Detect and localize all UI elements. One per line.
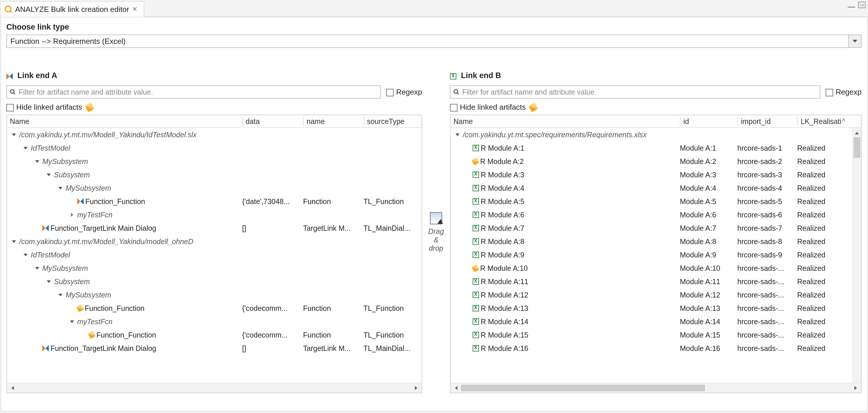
scroll-left-icon[interactable]	[452, 384, 460, 392]
tree-row[interactable]: R Module A:8Module A:8hrcore-sads-8Reali…	[451, 235, 861, 248]
cell-id: Module A:1	[680, 144, 737, 152]
tree-a-header[interactable]: Name data name sourceType	[7, 115, 422, 128]
link-type-combo[interactable]: Function --> Requirements (Excel)	[6, 35, 862, 48]
tree-row[interactable]: Subsystem	[7, 275, 422, 288]
cell-import-id: hrcore-sads-...	[737, 318, 797, 326]
tree-b-body[interactable]: /com.yakindu.yt.mt.spec/requirements/Req…	[451, 128, 861, 383]
chevron-down-icon[interactable]	[34, 158, 41, 165]
tree-row[interactable]: R Module A:16Module A:16hrcore-sads-...R…	[451, 342, 861, 355]
tree-row[interactable]: /com.yakindu.yt.mt.spec/requirements/Req…	[451, 128, 861, 141]
tree-row[interactable]: MySubsystem	[7, 181, 422, 195]
scroll-up-icon[interactable]	[853, 129, 861, 137]
cell-lk: Realized	[797, 224, 840, 232]
tree-row[interactable]: MySubsystem	[7, 288, 422, 301]
cell-id: Module A:16	[680, 344, 737, 353]
chevron-down-icon[interactable]	[45, 278, 52, 285]
chevron-down-icon[interactable]	[22, 251, 29, 258]
tree-row[interactable]: R Module A:13Module A:13hrcore-sads-...R…	[451, 301, 861, 315]
tree-row[interactable]: /com.yakindu.yt.mt.mv/Modell_Yakindu/mod…	[7, 235, 422, 248]
tree-b-hscroll[interactable]	[451, 383, 861, 393]
close-icon[interactable]: ✕	[132, 5, 137, 13]
cell-import-id: hrcore-sads-...	[737, 344, 797, 353]
tree-row[interactable]: Function_TargetLink Main Dialog[]TargetL…	[7, 342, 422, 355]
tree-row[interactable]: IdTestModel	[7, 248, 422, 261]
tree-row[interactable]: MySubsystem	[7, 261, 422, 275]
tree-a[interactable]: Name data name sourceType /com.yakindu.y…	[6, 115, 422, 393]
link-type-value[interactable]: Function --> Requirements (Excel)	[6, 35, 849, 48]
chevron-down-icon[interactable]	[10, 238, 18, 245]
excel-icon	[473, 252, 479, 258]
tree-row[interactable]: MySubsystem	[7, 155, 422, 168]
col-a-sourcetype[interactable]: sourceType	[364, 117, 422, 126]
hide-linked-a-checkbox[interactable]: Hide linked artifacts	[6, 103, 82, 112]
tab-editor[interactable]: ANALYZE Bulk link creation editor ✕	[0, 1, 144, 17]
tree-a-body[interactable]: /com.yakindu.yt.mt.mv/Modell_Yakindu/IdT…	[7, 128, 422, 383]
scroll-thumb[interactable]	[854, 137, 860, 158]
chevron-down-icon[interactable]	[57, 291, 64, 298]
col-a-name2[interactable]: name	[303, 117, 364, 126]
filter-a-input[interactable]	[18, 88, 377, 97]
col-b-id[interactable]: id	[680, 117, 737, 126]
col-b-name[interactable]: Name	[451, 117, 680, 126]
tree-b-vscroll[interactable]	[852, 128, 861, 383]
link-type-dropdown-button[interactable]	[849, 35, 862, 48]
chevron-down-icon[interactable]	[34, 265, 41, 272]
tree-row[interactable]: /com.yakindu.yt.mt.mv/Modell_Yakindu/IdT…	[7, 128, 422, 141]
chevron-down-icon[interactable]	[45, 171, 52, 178]
scroll-thumb[interactable]	[461, 385, 705, 391]
chevron-down-icon[interactable]	[454, 131, 461, 138]
cell-import-id: hrcore-sads-4	[737, 184, 797, 192]
chevron-right-icon[interactable]	[68, 211, 75, 218]
tree-row[interactable]: R Module A:15Module A:15hrcore-sads-...R…	[451, 328, 861, 342]
cell-id: Module A:7	[680, 224, 737, 232]
tree-row[interactable]: Subsystem	[7, 168, 422, 181]
cell-id: Module A:9	[680, 251, 737, 259]
chevron-down-icon[interactable]	[10, 131, 18, 138]
tree-row[interactable]: R Module A:14Module A:14hrcore-sads-...R…	[451, 315, 861, 328]
tree-b[interactable]: Name id import_id LK_Realisati^ /com.yak…	[450, 115, 862, 393]
tree-row[interactable]: R Module A:11Module A:11hrcore-sads-...R…	[451, 275, 861, 288]
tree-row[interactable]: R Module A:10Module A:10hrcore-sads-...R…	[451, 261, 861, 275]
tree-row[interactable]: R Module A:5Module A:5hrcore-sads-5Reali…	[451, 195, 861, 208]
tree-row[interactable]: R Module A:9Module A:9hrcore-sads-9Reali…	[451, 248, 861, 261]
chevron-down-icon[interactable]	[68, 318, 75, 325]
regexp-b-checkbox[interactable]: Regexp	[826, 88, 862, 97]
tree-row[interactable]: R Module A:3Module A:3hrcore-sads-3Reali…	[451, 168, 861, 181]
tree-row[interactable]: Function_Function{'codecomm...FunctionTL…	[7, 301, 422, 315]
tree-row[interactable]: R Module A:1Module A:1hrcore-sads-1Reali…	[451, 141, 861, 155]
col-a-data[interactable]: data	[242, 117, 303, 126]
tree-row[interactable]: R Module A:12Module A:12hrcore-sads-...R…	[451, 288, 861, 301]
hide-linked-b-checkbox[interactable]: Hide linked artifacts	[450, 103, 526, 112]
scroll-right-icon[interactable]	[852, 384, 859, 392]
tree-label: Function_TargetLink Main Dialog	[51, 344, 156, 353]
minimize-button[interactable]	[848, 4, 855, 7]
linked-icon	[471, 157, 479, 165]
filter-b-input[interactable]	[462, 88, 817, 97]
chevron-down-icon[interactable]	[22, 145, 29, 152]
tree-row[interactable]: myTestFcn	[7, 208, 422, 221]
tree-row[interactable]: Function_Function{'date',73048...Functio…	[7, 195, 422, 208]
chevron-down-icon[interactable]	[57, 185, 64, 192]
col-b-lk[interactable]: LK_Realisati^	[797, 117, 848, 126]
cell-sourcetype: TL_MainDial...	[364, 224, 422, 232]
filter-b-box[interactable]	[450, 85, 820, 99]
col-b-import-id[interactable]: import_id	[737, 117, 797, 126]
regexp-a-checkbox[interactable]: Regexp	[386, 88, 422, 97]
tree-row[interactable]: Function_Function{'codecomm...FunctionTL…	[7, 328, 422, 342]
scroll-right-icon[interactable]	[412, 384, 420, 392]
tree-b-header[interactable]: Name id import_id LK_Realisati^	[451, 115, 861, 128]
cell-id: Module A:6	[680, 211, 737, 219]
tree-row[interactable]: IdTestModel	[7, 141, 422, 155]
filter-a-box[interactable]	[6, 85, 381, 99]
scroll-left-icon[interactable]	[9, 384, 16, 392]
tree-row[interactable]: R Module A:2Module A:2hrcore-sads-2Reali…	[451, 155, 861, 168]
tree-row[interactable]: R Module A:7Module A:7hrcore-sads-7Reali…	[451, 221, 861, 235]
tree-row[interactable]: R Module A:4Module A:4hrcore-sads-4Reali…	[451, 181, 861, 195]
tree-a-hscroll[interactable]	[7, 383, 422, 393]
col-a-name[interactable]: Name	[7, 117, 242, 126]
tree-row[interactable]: myTestFcn	[7, 315, 422, 328]
maximize-button[interactable]: ▭	[858, 2, 866, 8]
tree-row[interactable]: Function_TargetLink Main Dialog[]TargetL…	[7, 221, 422, 235]
cell-sourcetype: TL_Function	[364, 331, 422, 339]
tree-row[interactable]: R Module A:6Module A:6hrcore-sads-6Reali…	[451, 208, 861, 221]
